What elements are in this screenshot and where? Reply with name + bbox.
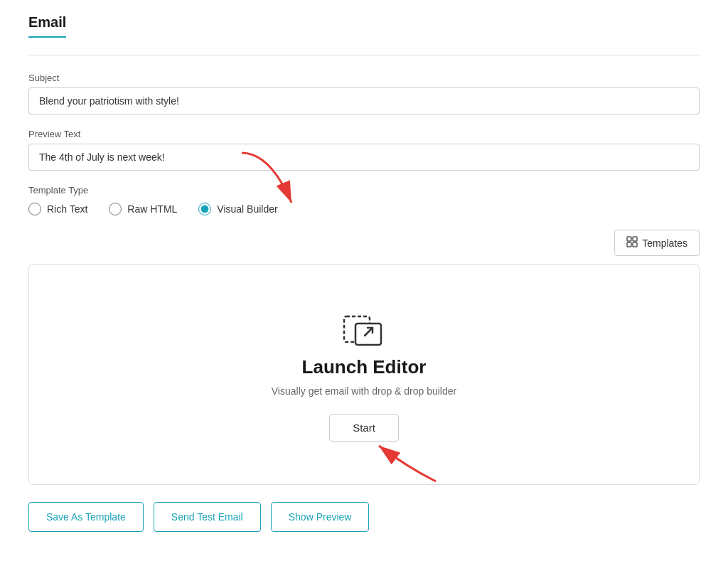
radio-option-visual-builder[interactable]: Visual Builder xyxy=(198,203,277,215)
start-button[interactable]: Start xyxy=(329,414,399,442)
svg-rect-6 xyxy=(355,324,381,345)
launch-editor-icon xyxy=(341,308,387,356)
radio-rich-text[interactable] xyxy=(28,203,41,215)
radio-visual-builder[interactable] xyxy=(198,203,211,215)
svg-rect-3 xyxy=(627,242,631,247)
templates-button-row: Templates xyxy=(28,230,700,256)
preview-text-input[interactable] xyxy=(28,144,700,171)
show-preview-button[interactable]: Show Preview xyxy=(271,502,370,532)
save-as-template-button[interactable]: Save As Template xyxy=(28,502,144,532)
template-type-section: Template Type Rich Text Raw HTML Visual … xyxy=(28,185,700,215)
svg-rect-1 xyxy=(627,237,631,241)
editor-title: Launch Editor xyxy=(302,356,427,378)
send-test-email-button[interactable]: Send Test Email xyxy=(154,502,261,532)
page-title: Email xyxy=(28,14,66,38)
templates-icon xyxy=(626,236,638,250)
preview-text-label: Preview Text xyxy=(28,129,700,139)
svg-rect-2 xyxy=(633,237,637,241)
start-button-wrapper: Start xyxy=(329,414,399,442)
template-type-label: Template Type xyxy=(28,185,700,196)
preview-text-field-group: Preview Text xyxy=(28,129,700,171)
template-type-radio-group: Rich Text Raw HTML Visual Builder xyxy=(28,203,700,215)
editor-subtitle: Visually get email with drop & drop buil… xyxy=(272,385,456,397)
editor-box: Launch Editor Visually get email with dr… xyxy=(28,265,700,485)
subject-field-group: Subject xyxy=(28,73,700,114)
svg-rect-4 xyxy=(633,242,637,247)
section-title-wrapper: Email xyxy=(28,14,700,55)
radio-option-raw-html[interactable]: Raw HTML xyxy=(109,203,177,215)
templates-button-label: Templates xyxy=(642,237,687,249)
radio-raw-html-label: Raw HTML xyxy=(127,203,177,215)
radio-raw-html[interactable] xyxy=(109,203,122,215)
subject-label: Subject xyxy=(28,73,700,83)
radio-visual-builder-label: Visual Builder xyxy=(217,203,277,215)
radio-option-rich-text[interactable]: Rich Text xyxy=(28,203,87,215)
page-container: Email Subject Preview Text Template Type… xyxy=(0,0,728,560)
templates-button[interactable]: Templates xyxy=(614,230,700,256)
bottom-buttons: Save As Template Send Test Email Show Pr… xyxy=(28,502,700,532)
subject-input[interactable] xyxy=(28,87,700,114)
radio-rich-text-label: Rich Text xyxy=(47,203,87,215)
